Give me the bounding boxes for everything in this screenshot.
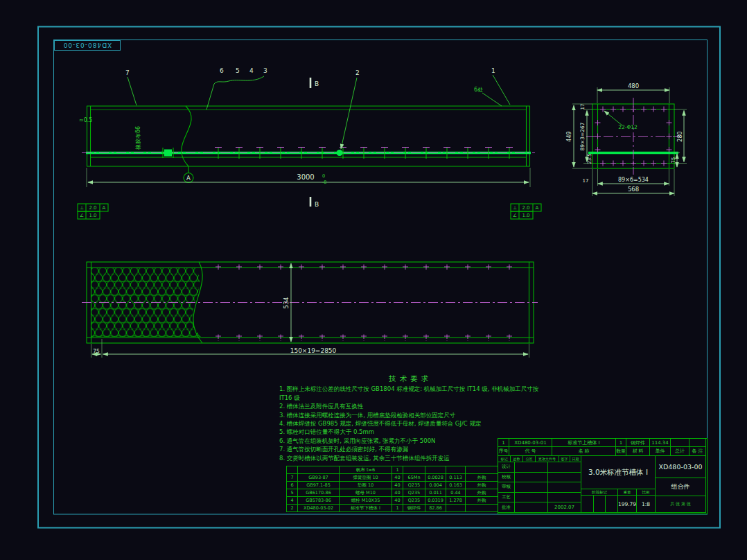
highlighted-bolt (337, 150, 343, 156)
gdt-perp-datum: A (536, 205, 539, 211)
bom-code: GB97.1-85 (298, 482, 340, 489)
gdt-flat-value: 1.0 (89, 213, 96, 218)
bom-row: 4 GB5783-86 螺栓 M10X35 40 Q235 0.0319 1.2… (287, 497, 498, 505)
bom-material (403, 466, 425, 474)
tb-part-remark (689, 439, 706, 447)
tb-rev-date: 日期 (570, 456, 581, 462)
tb-header-total-weight: 总计 (671, 447, 689, 456)
tb-part-seq: 1 (498, 439, 509, 447)
tech-line: 5. 螺栓对口错位量不得大于 0.5mm (279, 428, 541, 436)
tech-line: 4. 槽体焊缝按 GB985 规定, 焊缝强度不得低于母材, 焊缝质量符合 GJ… (279, 419, 541, 428)
stage-mark-box (606, 496, 618, 513)
tb-rev-docno: 更改文件号 (536, 456, 559, 462)
multi-callout-leader (206, 76, 264, 110)
belt-cleat (164, 150, 172, 157)
datum-a-label: A (186, 175, 191, 182)
bom-row: 5 GB6170-86 螺母 M10 40 Q235 0.011 0.44 外购 (287, 489, 498, 497)
section-b-label-bottom: B (315, 201, 319, 208)
gdt-perp-datum: A (103, 205, 106, 211)
dim-23-5: 23.5 (587, 153, 592, 164)
dim-3000-tol-up: 0 (322, 173, 325, 179)
tb-sign-label: 工艺 (498, 493, 515, 503)
bom-qty: 40 (392, 482, 403, 489)
tb-header-material: 材 料 (626, 447, 650, 456)
dim-75-right: 75 (671, 157, 676, 164)
stage-mark-label: 阶段标记 (581, 489, 618, 496)
bom-unit-weight: 0.004 (425, 482, 446, 489)
gdt-flat-value: 1.0 (522, 213, 529, 218)
bom-remark: 外购 (466, 482, 498, 489)
tb-part-name: 标准节上槽体 I (552, 439, 616, 447)
bom-total-weight: 0.113 (446, 474, 466, 482)
callout-1: 1 (491, 67, 495, 74)
tb-sign-label: 审核 (498, 482, 515, 493)
gdt-perp-value: 2.0 (89, 205, 96, 211)
bom-code: GB6170-86 (298, 489, 340, 497)
bom-seq: 5 (287, 489, 298, 497)
tb-sign-name (515, 473, 548, 483)
bom-code: XD480-03-02 (298, 505, 340, 512)
bom-total-weight (446, 505, 466, 512)
bolt-marks-bottom (210, 335, 526, 341)
sheet-info: 共 张 第 张 (656, 496, 706, 513)
bom-material: Q235 (403, 497, 425, 505)
dim-449: 449 (566, 131, 572, 141)
tb-rev-sign: 签字 (559, 456, 570, 462)
dim-280: 280 (677, 131, 683, 141)
bom-name: 帆布 t=6 (340, 466, 392, 474)
tb-header-name: 名 称 (552, 447, 616, 456)
assembly-type: 组合件 (656, 478, 706, 496)
tb-sign-date: 2002.07 (548, 502, 581, 513)
bom-unit-weight: 0.0028 (425, 474, 446, 482)
bom-code (298, 466, 340, 474)
weight-label: 重量 (618, 489, 637, 496)
tb-sign-name (515, 482, 548, 493)
bom-unit-weight (425, 466, 446, 474)
title-block: 1 XD480-03-01 标准节上槽体 I 1 钢焊件 114.34 序号 代… (498, 438, 708, 514)
total-weight-value: 199.79 (618, 496, 637, 513)
tb-sign-date (548, 462, 581, 473)
tech-line: 1. 图样上未标注公差的线性尺寸按 GB1804 标准规定: 机械加工尺寸按 I… (279, 385, 541, 402)
dim-3000: 3000 (297, 173, 314, 181)
bom-material: 钢焊件 (403, 505, 425, 512)
tb-header-qty: 数量 (616, 447, 626, 456)
bom-name: 螺母 M10 (340, 489, 392, 497)
tech-line: 3. 槽体连接采用螺栓连接为一体, 用槽底垫段检验相关部位固定尺寸 (279, 411, 541, 419)
bom-remark (466, 466, 498, 474)
tb-rev-zone: 分区 (523, 456, 536, 462)
bom-total-weight: 0.163 (446, 482, 466, 489)
bom-qty: 1 (392, 505, 403, 512)
tb-part-total-weight (671, 439, 689, 447)
bom-seq: 2 (287, 505, 298, 512)
tb-sign-name (515, 462, 548, 473)
bom-total-weight: 0.44 (446, 489, 466, 497)
tb-header-seq: 序号 (498, 447, 509, 456)
bolt-marks-top (210, 265, 526, 271)
tb-part-qty: 1 (616, 439, 626, 447)
bom-qty: 1 (392, 466, 403, 474)
tb-rev-count: 处数 (511, 456, 523, 462)
bom-remark (466, 505, 498, 512)
bom-unit-weight: 82.86 (425, 505, 446, 512)
bom-remark: 外购 (466, 489, 498, 497)
tb-part-code: XD480-03-01 (509, 439, 552, 447)
bom-remark: 外购 (466, 474, 498, 482)
assembly-title: 3.0米标准节槽体 I (581, 456, 656, 489)
bom-row: 2 XD480-03-02 标准节下槽体 I 1 钢焊件 82.86 (287, 505, 498, 512)
bom-qty: 40 (392, 474, 403, 482)
callout-5: 5 (236, 67, 240, 74)
dim-89x3-267: 89×3=267 (579, 122, 586, 150)
bom-name: 弹簧垫圈 10 (340, 474, 392, 482)
bom-material: Q235 (403, 489, 425, 497)
dim-534: 534 (283, 297, 290, 308)
tb-sign-name (515, 502, 548, 513)
bom-material: Q235 (403, 482, 425, 489)
tb-part-material: 钢焊件 (626, 439, 650, 447)
bom-seq: 4 (287, 497, 298, 505)
cad-viewer-canvas: 7 6 5 4 3 2 1 ≈0.5 橡胶布δ6 6处 B B A 3000 0… (0, 0, 747, 560)
bom-seq (287, 466, 298, 474)
end-section-view: 480 17 89×3=267 449 280 75 23.5 17 89×6=… (566, 82, 687, 196)
callout-6: 6 (220, 67, 224, 74)
dim-150x19-2850: 150×19=2850 (290, 347, 337, 354)
gdt-flat-symbol: ∠ (80, 213, 84, 218)
